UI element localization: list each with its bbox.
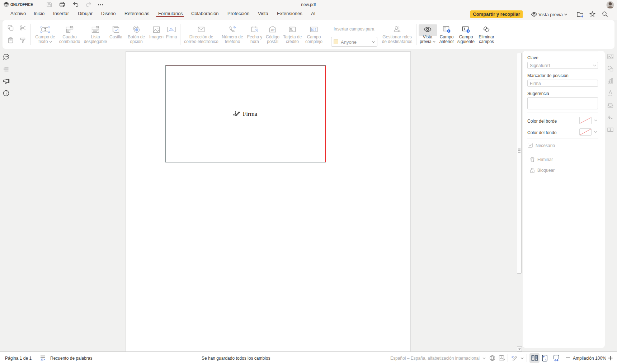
svg-text:ZIP: ZIP — [271, 29, 275, 31]
svg-text:12: 12 — [41, 358, 43, 361]
